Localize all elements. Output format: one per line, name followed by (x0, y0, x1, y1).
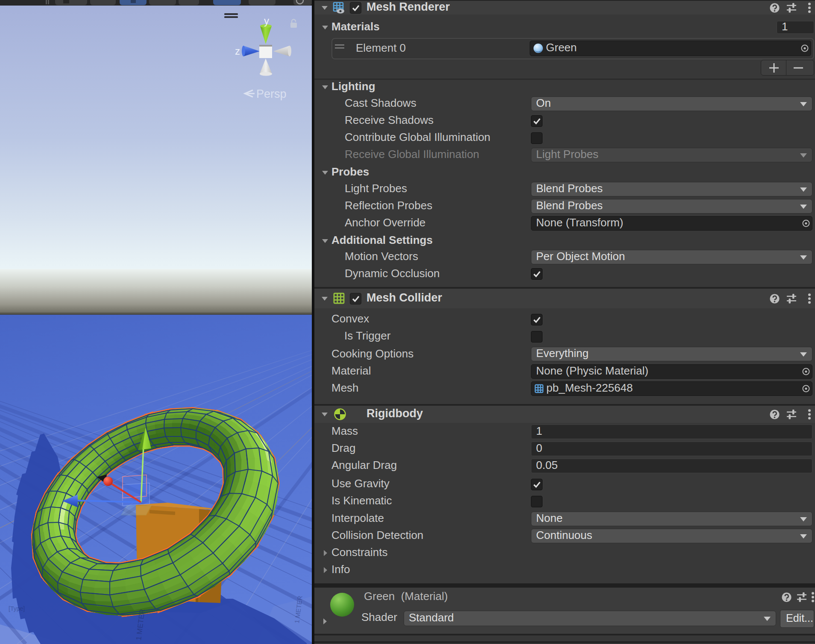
svg-text:[Type]: [Type] (9, 605, 25, 612)
svg-text:Persp: Persp (256, 88, 287, 100)
svg-text:y: y (264, 15, 269, 26)
svg-text:z: z (235, 45, 240, 57)
